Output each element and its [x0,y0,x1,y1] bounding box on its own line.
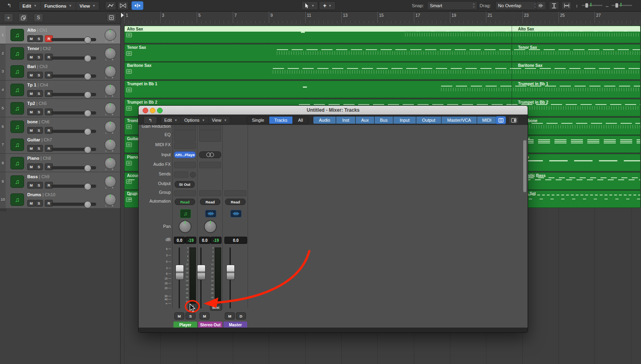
volume-slider-thumb[interactable] [84,146,91,153]
volume-slider-thumb[interactable] [84,165,91,172]
track-name[interactable]: Bari | Ch3 [27,64,48,69]
volume-slider-thumb[interactable] [84,110,91,117]
back-icon[interactable]: ↰ [4,2,14,9]
horizontal-zoom-slider[interactable] [611,5,632,6]
solo-button[interactable]: S [35,127,43,134]
track-header[interactable]: 10♫Drums | Ch10MSR [0,190,120,209]
track-header[interactable]: 9♫Bass | Ch9MSR [0,172,120,191]
global-solo-button[interactable]: S [34,13,43,22]
bar-ruler[interactable]: 13579111315171921232527 [120,11,641,24]
send-knob[interactable] [190,172,196,178]
track-header[interactable]: 5♫Tp2 | Ch5MSR [0,99,120,117]
track-name[interactable]: bone | Ch6 [27,119,49,124]
track-header[interactable]: 2♫Tenor | Ch2MSR [0,44,120,62]
volume-slider-thumb[interactable] [84,36,91,44]
tab-all[interactable]: All [293,117,308,124]
mute-button[interactable]: M [27,127,35,134]
solo-button[interactable]: S [35,163,43,170]
tab-tracks[interactable]: Tracks [269,117,293,124]
pan-knob[interactable] [204,220,217,233]
track-name[interactable]: Drums | Ch10 [27,192,55,197]
filter-master-vca[interactable]: Master/VCA [441,117,477,124]
volume-slider[interactable] [51,130,96,133]
group-slot[interactable] [199,190,221,196]
mute-button[interactable]: M [225,312,235,320]
dim-button[interactable]: D [236,312,246,320]
mixer-back-icon[interactable]: ↰ [143,116,157,124]
volume-slider[interactable] [51,111,96,115]
output-selector[interactable]: St Out [175,181,195,188]
volume-slider-thumb[interactable] [84,91,91,99]
track-name[interactable]: Alto | Ch1 [27,28,48,32]
filter-midi[interactable]: MIDI [477,117,496,124]
volume-value[interactable]: 0.0 [224,237,247,244]
volume-slider-thumb[interactable] [84,201,91,208]
solo-button[interactable]: S [35,200,43,207]
drag-dropdown[interactable]: No Overlap˄˅ [495,1,539,10]
volume-slider[interactable] [51,166,96,169]
solo-button[interactable]: S [35,54,43,60]
midi-fx-slot[interactable] [174,143,196,149]
track-name[interactable]: Bass | Ch9 [27,174,49,179]
mute-button[interactable]: M [27,182,35,189]
mute-button[interactable]: M [27,200,35,207]
solo-button[interactable]: S [35,182,43,189]
solo-button[interactable]: S [185,312,196,320]
menu-view[interactable]: View▼ [76,2,99,10]
horizontal-zoom-icon[interactable] [561,1,572,10]
pan-knob[interactable] [105,157,116,169]
track-name[interactable]: Tp2 | Ch5 [27,101,47,106]
volume-value[interactable]: 0.0 [174,237,185,244]
group-slot[interactable] [174,190,196,196]
track-header[interactable]: 6♫bone | Ch6MSR [0,117,120,136]
midi-region[interactable]: Baritone Sax00Baritone Sax [124,62,641,80]
track-header[interactable]: 3♫Bari | Ch3MSR [0,62,120,80]
track-config-dropdown[interactable] [107,13,116,22]
pan-knob[interactable] [105,121,116,133]
mute-button[interactable]: M [27,72,35,78]
automation-mode-button[interactable]: Read [200,199,220,205]
volume-slider[interactable] [51,93,96,96]
bounce-button[interactable]: Bnc [210,304,222,311]
mute-button[interactable]: M [27,109,35,115]
dual-pane-view-icon[interactable] [508,116,519,124]
mixer-title-bar[interactable]: Untitled - Mixer: Tracks [139,106,528,115]
midi-region[interactable]: Alto Sax00Alto Sax [124,26,641,43]
solo-button[interactable]: S [35,145,43,152]
solo-button[interactable]: S [35,90,43,97]
menu-edit[interactable]: Edit▼ [19,2,41,10]
automation-icon[interactable] [105,1,116,10]
input-selector[interactable]: ARI...Playe [174,151,196,158]
midi-region[interactable]: Trumpet in Bb 100Trumpet in Bb 1 [124,80,641,98]
eq-slot[interactable] [199,130,221,142]
solo-button[interactable]: S [35,35,43,42]
vertical-zoom-slider[interactable] [582,5,603,6]
mixer-menu-view[interactable]: View▼ [209,117,230,124]
waveform-zoom-icon[interactable] [536,1,546,10]
pan-knob[interactable] [105,66,116,77]
track-name[interactable]: Guitar | Ch7 [27,137,52,142]
duplicate-track-button[interactable] [18,13,28,22]
solo-button[interactable]: S [35,109,43,115]
audio-fx-slot[interactable] [174,162,196,168]
pan-knob[interactable] [105,194,116,205]
pan-knob[interactable] [105,84,116,96]
vertical-zoom-icon[interactable] [549,1,559,10]
tab-single[interactable]: Single [247,117,269,124]
peak-value[interactable]: -19 [210,237,222,244]
catch-playhead-icon[interactable] [131,1,143,10]
pan-knob[interactable] [105,103,116,114]
volume-slider-thumb[interactable] [84,73,91,80]
pan-knob[interactable] [105,139,116,151]
mixer-scrollbar[interactable] [523,137,526,197]
input-monitor-button[interactable] [188,304,198,311]
volume-slider[interactable] [51,56,96,60]
solo-button[interactable]: S [35,72,43,78]
automation-mode-button[interactable]: Read [225,199,246,205]
volume-fader[interactable] [197,265,206,280]
add-track-button[interactable]: + [4,13,13,22]
filter-inst[interactable]: Inst [336,117,356,124]
track-header[interactable]: 8♫Piano | Ch8MSR [0,154,120,172]
pan-knob[interactable] [105,29,116,41]
track-header[interactable]: 4♫Tp 1 | Ch4MSR [0,80,120,99]
